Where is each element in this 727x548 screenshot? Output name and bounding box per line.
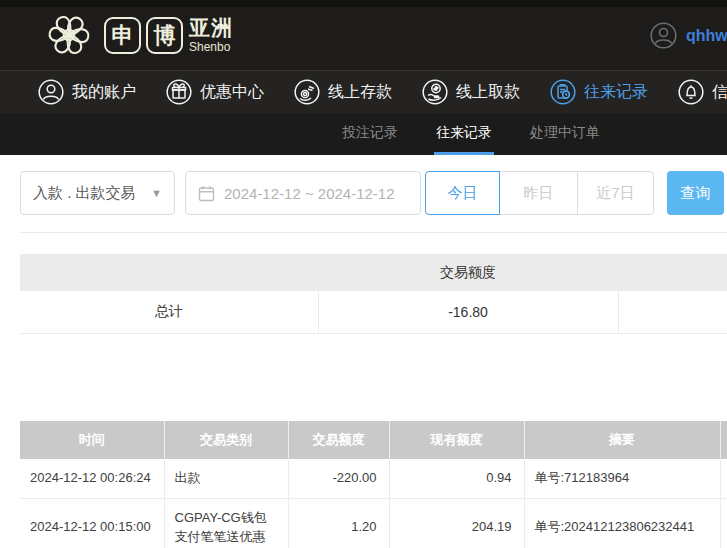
brand-logo[interactable]: 申 博 亚洲 Shenbo xyxy=(40,8,233,62)
cell-amount: 1.20 xyxy=(288,498,389,548)
transaction-type-value: 入款 . 出款交易 xyxy=(33,184,136,203)
col-header-time: 时间 xyxy=(20,421,164,459)
nav-item-promo-center[interactable]: 优惠中心 xyxy=(166,79,264,105)
nav-item-transaction-records[interactable]: 往来记录 xyxy=(550,79,648,105)
deposit-icon xyxy=(294,79,320,105)
cell-time: 2024-12-12 00:15:00 xyxy=(20,498,164,548)
calendar-icon xyxy=(198,185,215,202)
quick-range-yesterday-button[interactable]: 昨日 xyxy=(499,171,578,215)
nav-label: 线上存款 xyxy=(328,82,392,103)
brand-subtitle: Shenbo xyxy=(189,41,233,53)
transaction-records-page: { "brand": { "logo_char_1": "申", "logo_c… xyxy=(0,0,727,548)
nav-item-online-deposit[interactable]: 线上存款 xyxy=(294,79,392,105)
logo-boxes: 申 博 xyxy=(104,17,183,54)
nav-label: 线上取款 xyxy=(456,82,520,103)
summary-total-row: 总计 -16.80 xyxy=(20,291,727,334)
user-avatar-icon xyxy=(650,22,677,49)
withdraw-icon xyxy=(422,79,448,105)
top-strip xyxy=(0,0,727,7)
cell-summary: 单号:712183964 xyxy=(524,459,720,498)
cell-empty xyxy=(720,498,727,548)
cell-empty xyxy=(720,459,727,498)
tab-processing-orders[interactable]: 处理中订单 xyxy=(528,113,602,155)
records-table: 时间 交易类别 交易额度 现有额度 摘要 2024-12-12 00:26:24… xyxy=(20,421,727,548)
col-header-balance: 现有额度 xyxy=(389,421,524,459)
nav-item-online-withdrawal[interactable]: 线上取款 xyxy=(422,79,520,105)
bell-icon xyxy=(678,79,704,105)
summary-empty-cell xyxy=(618,291,727,334)
summary-header-amount: 交易额度 xyxy=(318,254,618,291)
transaction-type-select[interactable]: 入款 . 出款交易 ▼ xyxy=(20,171,175,215)
filter-row: 入款 . 出款交易 ▼ 2024-12-12 ~ 2024-12-12 今日 昨… xyxy=(20,171,727,215)
summary-total-label: 总计 xyxy=(20,291,318,334)
brand-region: 亚洲 xyxy=(189,17,233,38)
quick-range-group: 今日 昨日 近7日 xyxy=(425,171,654,215)
summary-header-row: 交易额度 xyxy=(20,254,727,291)
nav-label: 信息 xyxy=(712,82,727,103)
nav-item-messages[interactable]: 信息 xyxy=(678,79,727,105)
nav-item-my-account[interactable]: 我的账户 xyxy=(38,79,136,105)
promo-icon xyxy=(166,79,192,105)
records-header-row: 时间 交易类别 交易额度 现有额度 摘要 xyxy=(20,421,727,459)
logo-char-shen: 申 xyxy=(104,17,141,54)
col-header-summary: 摘要 xyxy=(524,421,720,459)
table-row: 2024-12-12 00:15:00 CGPAY-CG钱包支付笔笔送优惠 1.… xyxy=(20,498,727,548)
date-range-input[interactable]: 2024-12-12 ~ 2024-12-12 xyxy=(185,171,421,215)
cell-time: 2024-12-12 00:26:24 xyxy=(20,459,164,498)
chevron-down-icon: ▼ xyxy=(151,187,162,199)
account-icon xyxy=(38,79,64,105)
username-text: qhhw xyxy=(686,27,727,45)
logo-char-bo: 博 xyxy=(146,17,183,54)
main-nav: 我的账户 优惠中心 线上存款 xyxy=(0,70,727,113)
col-header-type: 交易类别 xyxy=(164,421,288,459)
search-button[interactable]: 查询 xyxy=(667,171,724,215)
sub-nav: 投注记录 往来记录 处理中订单 xyxy=(0,113,727,155)
quick-range-last7days-button[interactable]: 近7日 xyxy=(577,171,654,215)
cell-type: CGPAY-CG钱包支付笔笔送优惠 xyxy=(164,498,288,548)
top-header: 申 博 亚洲 Shenbo qhhw xyxy=(0,0,727,70)
flower-logo-icon xyxy=(40,8,98,62)
summary-header-empty xyxy=(618,254,727,291)
col-header-amount: 交易额度 xyxy=(288,421,389,459)
summary-header-empty xyxy=(20,254,318,291)
user-block[interactable]: qhhw xyxy=(650,22,727,49)
date-range-value: 2024-12-12 ~ 2024-12-12 xyxy=(224,185,395,202)
cell-balance: 204.19 xyxy=(389,498,524,548)
nav-label: 我的账户 xyxy=(72,82,136,103)
summary-total-value: -16.80 xyxy=(318,291,618,334)
cell-type: 出款 xyxy=(164,459,288,498)
tab-betting-records[interactable]: 投注记录 xyxy=(340,113,400,155)
tab-transaction-records[interactable]: 往来记录 xyxy=(434,113,494,155)
nav-label: 往来记录 xyxy=(584,82,648,103)
section-divider xyxy=(20,232,727,233)
records-icon xyxy=(550,79,576,105)
nav-label: 优惠中心 xyxy=(200,82,264,103)
cell-amount: -220.00 xyxy=(288,459,389,498)
table-row: 2024-12-12 00:26:24 出款 -220.00 0.94 单号:7… xyxy=(20,459,727,498)
col-header-empty xyxy=(720,421,727,459)
brand-text: 亚洲 Shenbo xyxy=(189,17,233,53)
cell-balance: 0.94 xyxy=(389,459,524,498)
summary-table: 交易额度 总计 -16.80 xyxy=(20,254,727,334)
quick-range-today-button[interactable]: 今日 xyxy=(425,171,500,215)
cell-summary: 单号:202412123806232441 xyxy=(524,498,720,548)
